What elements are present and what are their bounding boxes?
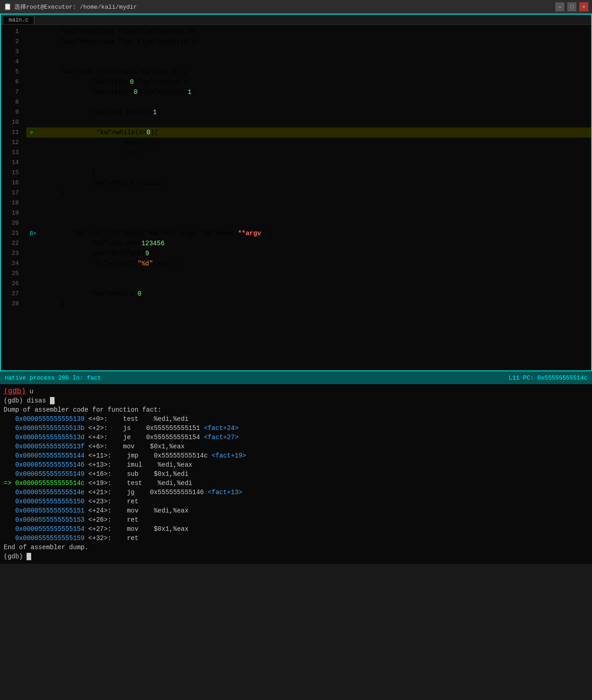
line-number: 21 xyxy=(1,228,22,238)
line-number: 22 xyxy=(1,238,22,248)
line-number: 19 xyxy=(1,208,22,218)
line-number: 15 xyxy=(1,168,22,178)
line-number: 20 xyxy=(1,218,22,228)
line-content: result*=n; xyxy=(30,139,161,146)
code-line: --n; xyxy=(26,148,591,158)
line-number: 1 xyxy=(1,27,22,37)
line-content: "kw">int result=1; xyxy=(30,109,161,116)
code-line: "kw">int ans=123456; xyxy=(26,238,591,248)
code-line xyxy=(26,97,591,107)
current-line-arrow: > xyxy=(30,130,33,136)
gdb-output-line: 0x0000555555555159 <+32>: ret xyxy=(4,534,588,543)
code-line: "fn">printf("%d",ans) ; xyxy=(26,259,591,269)
code-line xyxy=(26,47,591,57)
code-line: result*=n; xyxy=(26,138,591,148)
line-number: 23 xyxy=(1,248,22,259)
gdb-output-line: 0x0000555555555154 <+27>: mov $0x1,%eax xyxy=(4,524,588,534)
status-bar: native process 286 In: fact L11 PC: 0x55… xyxy=(0,371,592,384)
line-content: "kw">if(n==0)"kw">return 1; xyxy=(30,88,195,96)
line-content: ans="fn">fact(9) ; xyxy=(30,250,161,257)
code-area: 1234567891011121314151617181920212223242… xyxy=(1,25,591,371)
gdb-terminal[interactable]: (gdb) u(gdb) disas Dump of assembler cod… xyxy=(0,384,592,564)
line-content: "kw">int ans=123456; xyxy=(30,240,168,247)
gdb-output-line: (gdb) xyxy=(4,552,588,561)
line-content: } xyxy=(30,169,95,176)
line-number: 7 xyxy=(1,87,22,97)
code-line: "kw">int "fn">fact("kw">int n) { xyxy=(26,67,591,77)
code-line: B+ "kw">int "fn">main("kw">int argc,"kw"… xyxy=(26,228,591,238)
code-line: "kw2">#include "inc-file"><stdio.h> xyxy=(26,27,591,37)
line-number: 9 xyxy=(1,107,22,117)
line-number: 12 xyxy=(1,138,22,148)
line-content: "kw">while(n>0){ xyxy=(35,129,158,136)
code-line: } xyxy=(26,299,591,309)
line-number: 6 xyxy=(1,77,22,87)
gdb-output-line: 0x000055555555514e <+21>: jg 0x555555555… xyxy=(4,488,588,497)
line-number: 2 xyxy=(1,37,22,47)
line-number: 28 xyxy=(1,299,22,309)
line-number: 10 xyxy=(1,117,22,127)
line-number: 26 xyxy=(1,279,22,289)
file-tab[interactable]: main.c xyxy=(3,16,34,24)
gdb-output-line: 0x0000555555555150 <+23>: ret xyxy=(4,497,588,506)
line-number: 16 xyxy=(1,178,22,188)
code-line: } xyxy=(26,188,591,198)
code-line: "kw">if(n==0)"kw">return 1; xyxy=(26,87,591,97)
code-content[interactable]: "kw2">#include "inc-file"><stdio.h> "kw2… xyxy=(26,25,591,371)
status-right: L11 PC: 0x55555555514c xyxy=(509,375,587,381)
gdb-output-line: (gdb) disas xyxy=(4,396,588,405)
title-icon: 📋 xyxy=(4,3,11,11)
line-content: "kw">int "fn">main("kw">int argc,"kw">ch… xyxy=(42,230,273,237)
code-line: "kw">return result; xyxy=(26,178,591,188)
code-line: "kw">int result=1; xyxy=(26,107,591,117)
gdb-output-line: 0x0000555555555146 <+13>: imul %edi,%eax xyxy=(4,460,588,469)
gdb-output-line: => 0x000055555555514c <+19>: test %edi,%… xyxy=(4,479,588,488)
code-line xyxy=(26,279,591,289)
line-number: 25 xyxy=(1,269,22,279)
line-number: 3 xyxy=(1,47,22,57)
tab-bar: main.c xyxy=(1,15,591,25)
close-button[interactable]: ✕ xyxy=(579,2,588,11)
code-line xyxy=(26,198,591,208)
code-line xyxy=(26,269,591,279)
line-content: "kw">return 0; xyxy=(30,290,145,298)
line-number: 8 xyxy=(1,97,22,107)
gdb-output-line: 0x0000555555555153 <+26>: ret xyxy=(4,515,588,524)
line-content: "kw">int "fn">fact("kw">int n) { xyxy=(30,68,188,76)
code-line xyxy=(26,117,591,127)
minimize-button[interactable]: — xyxy=(555,2,565,11)
gdb-output-line: 0x000055555555513f <+6>: mov $0x1,%eax xyxy=(4,442,588,451)
line-content: "kw">if(n<0)"kw">return n; xyxy=(30,78,192,86)
status-left: native process 286 In: fact xyxy=(5,375,101,381)
gdb-output-line: 0x0000555555555144 <+11>: jmp 0x55555555… xyxy=(4,451,588,460)
line-number: 13 xyxy=(1,148,22,158)
gdb-output-line: 0x000055555555513d <+4>: je 0x5555555551… xyxy=(4,433,588,442)
line-content: } xyxy=(30,300,65,308)
gdb-output-line: Dump of assembler code for function fact… xyxy=(4,405,588,414)
code-line: "kw">return 0; xyxy=(26,289,591,299)
editor-container: main.c 123456789101112131415161718192021… xyxy=(0,14,592,371)
title-bar: 📋 选择root@Executor: /home/kali/mydir — □ … xyxy=(0,0,592,14)
window-title: 选择root@Executor: /home/kali/mydir xyxy=(14,3,555,11)
line-content: "kw">return result; xyxy=(30,179,164,187)
code-line xyxy=(26,158,591,168)
line-content: "kw2">#include "inc-file"><stdio.h> xyxy=(30,28,195,35)
gdb-output-line: 0x0000555555555151 <+24>: mov %edi,%eax xyxy=(4,506,588,515)
code-line: "kw2">#include "inc-file"><stdlib.h> xyxy=(26,37,591,47)
window-controls: — □ ✕ xyxy=(555,2,588,11)
gdb-output-line: 0x000055555555513b <+2>: js 0x5555555551… xyxy=(4,424,588,433)
code-line: } xyxy=(26,168,591,178)
line-content: --n; xyxy=(30,149,137,156)
gdb-output-line: 0x0000555555555139 <+0>: test %edi,%edi xyxy=(4,414,588,424)
maximize-button[interactable]: □ xyxy=(567,2,576,11)
line-number: 24 xyxy=(1,259,22,269)
line-numbers: 1234567891011121314151617181920212223242… xyxy=(1,25,26,371)
line-number: 17 xyxy=(1,188,22,198)
line-number: 18 xyxy=(1,198,22,208)
gdb-output-line: End of assembler dump. xyxy=(4,543,588,552)
code-line xyxy=(26,218,591,228)
line-content: "kw2">#include "inc-file"><stdlib.h> xyxy=(30,38,199,45)
code-line: "kw">if(n<0)"kw">return n; xyxy=(26,77,591,87)
code-line xyxy=(26,208,591,218)
line-number: 5 xyxy=(1,67,22,77)
